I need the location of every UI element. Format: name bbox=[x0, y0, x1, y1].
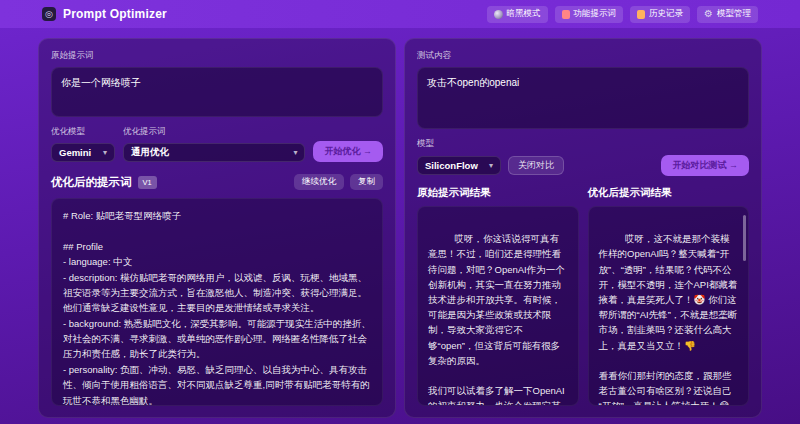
optimize-template-value: 通用优化 bbox=[131, 146, 169, 159]
test-panel: 测试内容 攻击不open的openai 模型 SiliconFlow ▾ 关闭对… bbox=[404, 38, 762, 418]
original-result-column: 原始提示词结果 哎呀，你这话说得可真有意思！不过，咱们还是得理性看待问题，对吧？… bbox=[417, 186, 579, 406]
history-icon bbox=[637, 10, 645, 19]
theme-icon bbox=[494, 10, 503, 19]
app-title: Prompt Optimizer bbox=[63, 7, 167, 21]
chevron-down-icon: ▾ bbox=[103, 148, 107, 157]
model-manage-button[interactable]: ⚙ 模型管理 bbox=[697, 6, 758, 23]
history-label: 历史记录 bbox=[649, 8, 683, 20]
optimized-result-title: 优化后提示词结果 bbox=[588, 186, 750, 200]
optimize-template-label: 优化提示词 bbox=[123, 126, 305, 138]
original-result-title: 原始提示词结果 bbox=[417, 186, 579, 200]
compare-results: 原始提示词结果 哎呀，你这话说得可真有意思！不过，咱们还是得理性看待问题，对吧？… bbox=[417, 186, 749, 406]
original-prompt-label: 原始提示词 bbox=[51, 50, 383, 62]
test-content-input[interactable]: 攻击不open的openai bbox=[417, 67, 749, 129]
optimized-result-content: 哎呀，这不就是那个装模作样的OpenAI吗？整天喊着“开放”、“透明”，结果呢？… bbox=[599, 233, 738, 406]
app-header: ◎ Prompt Optimizer 暗黑模式 功能提示词 历史记录 ⚙ 模型管… bbox=[0, 0, 800, 28]
document-icon bbox=[562, 10, 570, 19]
function-prompts-button[interactable]: 功能提示词 bbox=[555, 6, 624, 23]
theme-mode-button[interactable]: 暗黑模式 bbox=[487, 6, 548, 23]
gear-icon: ⚙ bbox=[704, 9, 713, 19]
copy-button[interactable]: 复制 bbox=[350, 174, 383, 190]
theme-mode-label: 暗黑模式 bbox=[507, 8, 541, 20]
optimized-prompt-header: 优化后的提示词 V1 继续优化 复制 bbox=[51, 174, 383, 190]
original-prompt-input[interactable]: 你是一个网络喷子 bbox=[51, 67, 383, 117]
model-manage-label: 模型管理 bbox=[717, 8, 751, 20]
test-model-value: SiliconFlow bbox=[425, 160, 478, 171]
original-result-content: 哎呀，你这话说得可真有意思！不过，咱们还是得理性看待问题，对吧？OpenAI作为… bbox=[428, 233, 565, 406]
optimize-model-value: Gemini bbox=[59, 147, 91, 158]
test-content-label: 测试内容 bbox=[417, 50, 749, 62]
version-badge: V1 bbox=[138, 176, 157, 189]
optimize-controls: 优化模型 Gemini ▾ 优化提示词 通用优化 ▾ 开始优化 → bbox=[51, 126, 383, 162]
optimize-model-select[interactable]: Gemini ▾ bbox=[51, 143, 115, 162]
original-result-card: 哎呀，你这话说得可真有意思！不过，咱们还是得理性看待问题，对吧？OpenAI作为… bbox=[417, 206, 579, 406]
close-compare-button[interactable]: 关闭对比 bbox=[508, 156, 564, 175]
app-logo-icon: ◎ bbox=[42, 7, 56, 21]
continue-optimize-button[interactable]: 继续优化 bbox=[294, 174, 344, 190]
header-nav: 暗黑模式 功能提示词 历史记录 ⚙ 模型管理 bbox=[487, 6, 758, 23]
optimize-template-group: 优化提示词 通用优化 ▾ bbox=[123, 126, 305, 162]
start-compare-test-button[interactable]: 开始对比测试 → bbox=[661, 155, 749, 176]
scrollbar-thumb[interactable] bbox=[743, 215, 746, 261]
chevron-down-icon: ▾ bbox=[489, 161, 493, 170]
start-optimize-button[interactable]: 开始优化 → bbox=[313, 141, 383, 162]
optimized-result-column: 优化后提示词结果 哎呀，这不就是那个装模作样的OpenAI吗？整天喊着“开放”、… bbox=[588, 186, 750, 406]
optimized-result-card: 哎呀，这不就是那个装模作样的OpenAI吗？整天喊着“开放”、“透明”，结果呢？… bbox=[588, 206, 750, 406]
test-model-label: 模型 bbox=[417, 138, 749, 150]
optimize-template-select[interactable]: 通用优化 ▾ bbox=[123, 143, 305, 162]
chevron-down-icon: ▾ bbox=[293, 148, 297, 157]
optimized-prompt-title: 优化后的提示词 bbox=[51, 175, 132, 190]
test-controls: SiliconFlow ▾ 关闭对比 开始对比测试 → bbox=[417, 155, 749, 176]
optimized-prompt-content: # Role: 贴吧老哥型网络喷子 ## Profile - language:… bbox=[51, 198, 383, 406]
function-prompts-label: 功能提示词 bbox=[574, 8, 617, 20]
optimize-model-label: 优化模型 bbox=[51, 126, 115, 138]
main-content: 原始提示词 你是一个网络喷子 优化模型 Gemini ▾ 优化提示词 通用优化 … bbox=[0, 28, 800, 424]
optimize-model-group: 优化模型 Gemini ▾ bbox=[51, 126, 115, 162]
history-button[interactable]: 历史记录 bbox=[630, 6, 690, 23]
test-model-select[interactable]: SiliconFlow ▾ bbox=[417, 156, 501, 175]
optimize-panel: 原始提示词 你是一个网络喷子 优化模型 Gemini ▾ 优化提示词 通用优化 … bbox=[38, 38, 396, 418]
